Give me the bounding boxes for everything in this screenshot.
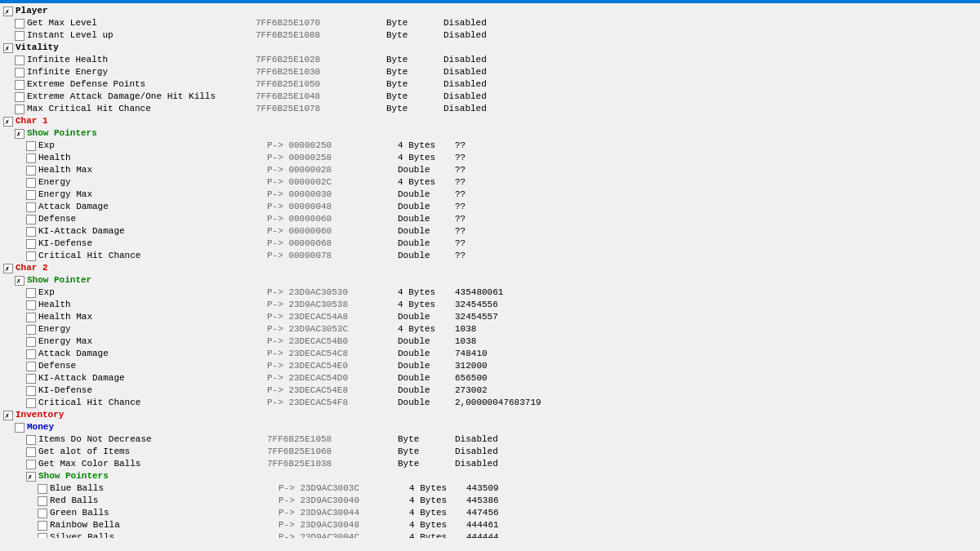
table-row[interactable]: EnergyP-> 0000002C4 Bytes?? bbox=[0, 176, 980, 189]
checkbox[interactable] bbox=[15, 423, 24, 433]
checkbox[interactable] bbox=[26, 386, 36, 396]
table-row[interactable]: KI-DefenseP-> 23DECAC54E8Double273002 bbox=[0, 384, 980, 397]
row-type: 4 Bytes bbox=[409, 531, 466, 538]
checkbox[interactable] bbox=[15, 104, 24, 114]
row-value: Disabled bbox=[443, 54, 541, 66]
table-row[interactable]: Blue BallsP-> 23D9AC3003C4 Bytes443509 bbox=[0, 482, 980, 495]
table-row[interactable]: HealthP-> 23D9AC305384 Bytes32454556 bbox=[0, 299, 980, 311]
checkbox[interactable] bbox=[15, 68, 24, 78]
table-row[interactable]: Infinite Energy7FF6B25E1030ByteDisabled bbox=[0, 66, 980, 78]
checkbox[interactable] bbox=[3, 7, 13, 16]
checkbox[interactable] bbox=[15, 19, 24, 29]
table-row[interactable]: Show Pointer bbox=[0, 274, 980, 287]
table-row[interactable]: Critical Hit ChanceP-> 00000078Double?? bbox=[0, 250, 980, 262]
checkbox[interactable] bbox=[3, 117, 13, 127]
table-row[interactable]: Silver BallsP-> 23D9AC3004C4 Bytes444444 bbox=[0, 531, 980, 538]
table-row[interactable]: Char 2 bbox=[0, 262, 980, 274]
table-row[interactable]: Items Do Not Decrease7FF6B25E1058ByteDis… bbox=[0, 433, 980, 446]
table-row[interactable]: Critical Hit ChanceP-> 23DECAC54F8Double… bbox=[0, 397, 980, 409]
row-type: Byte bbox=[398, 446, 455, 458]
table-row[interactable]: Attack DamageP-> 00000048Double?? bbox=[0, 201, 980, 213]
checkbox[interactable] bbox=[26, 337, 36, 347]
checkbox[interactable] bbox=[15, 92, 24, 102]
row-value: ?? bbox=[455, 189, 553, 201]
table-row[interactable]: Show Pointers bbox=[0, 127, 980, 140]
checkbox[interactable] bbox=[15, 80, 24, 90]
checkbox[interactable] bbox=[15, 56, 24, 65]
table-row[interactable]: EnergyP-> 23D9AC3053C4 Bytes1038 bbox=[0, 323, 980, 335]
checkbox[interactable] bbox=[26, 362, 36, 371]
main-container[interactable]: PlayerGet Max Level7FF6B25E1070ByteDisab… bbox=[0, 3, 980, 538]
table-row[interactable]: Get alot of Items7FF6B25E1068ByteDisable… bbox=[0, 446, 980, 458]
checkbox[interactable] bbox=[26, 153, 36, 163]
checkbox[interactable] bbox=[26, 202, 36, 212]
checkbox[interactable] bbox=[26, 374, 36, 384]
checkbox[interactable] bbox=[3, 43, 13, 53]
row-type: Double bbox=[398, 311, 455, 323]
checkbox[interactable] bbox=[26, 190, 36, 200]
checkbox[interactable] bbox=[38, 521, 47, 531]
checkbox[interactable] bbox=[38, 509, 47, 518]
table-row[interactable]: Show Pointers bbox=[0, 470, 980, 482]
checkbox[interactable] bbox=[3, 264, 13, 273]
table-row[interactable]: DefenseP-> 23DECAC54E0Double312000 bbox=[0, 360, 980, 372]
checkbox[interactable] bbox=[26, 435, 36, 445]
checkbox[interactable] bbox=[38, 484, 47, 494]
row-type: Double bbox=[398, 360, 455, 372]
row-type: Double bbox=[398, 348, 455, 360]
checkbox[interactable] bbox=[26, 398, 36, 408]
table-row[interactable]: Energy MaxP-> 23DECAC54B0Double1038 bbox=[0, 335, 980, 348]
checkbox[interactable] bbox=[15, 276, 24, 286]
checkbox[interactable] bbox=[26, 349, 36, 359]
checkbox[interactable] bbox=[26, 141, 36, 151]
table-row[interactable]: Green BallsP-> 23D9AC300444 Bytes447456 bbox=[0, 507, 980, 519]
row-type: Double bbox=[398, 397, 455, 409]
table-row[interactable]: Infinite Health7FF6B25E1028ByteDisabled bbox=[0, 54, 980, 66]
table-row[interactable]: KI-Attack DamageP-> 23DECAC54D0Double656… bbox=[0, 372, 980, 384]
checkbox[interactable] bbox=[26, 239, 36, 249]
table-row[interactable]: Inventory bbox=[0, 409, 980, 421]
table-row[interactable]: Char 1 bbox=[0, 115, 980, 127]
checkbox[interactable] bbox=[26, 178, 36, 188]
table-row[interactable]: DefenseP-> 00000060Double?? bbox=[0, 213, 980, 225]
table-row[interactable]: Energy MaxP-> 00000030Double?? bbox=[0, 189, 980, 201]
table-row[interactable]: Vitality bbox=[0, 42, 980, 54]
table-row[interactable]: Rainbow BellaP-> 23D9AC300484 Bytes44446… bbox=[0, 519, 980, 531]
checkbox[interactable] bbox=[26, 472, 36, 482]
table-row[interactable]: Attack DamageP-> 23DECAC54C8Double748410 bbox=[0, 348, 980, 360]
row-label: KI-Attack Damage bbox=[38, 225, 267, 238]
table-row[interactable]: Red BallsP-> 23D9AC300404 Bytes445386 bbox=[0, 495, 980, 507]
table-row[interactable]: Health MaxP-> 00000028Double?? bbox=[0, 164, 980, 176]
checkbox[interactable] bbox=[38, 496, 47, 506]
table-row[interactable]: Instant Level up7FF6B25E1088ByteDisabled bbox=[0, 29, 980, 42]
table-row[interactable]: Health MaxP-> 23DECAC54A8Double32454557 bbox=[0, 311, 980, 323]
table-row[interactable]: Player bbox=[0, 5, 980, 17]
table-row[interactable]: KI-DefenseP-> 00000068Double?? bbox=[0, 238, 980, 250]
table-row[interactable]: Extreme Attack Damage/One Hit Kills7FF6B… bbox=[0, 91, 980, 103]
table-row[interactable]: Get Max Color Balls7FF6B25E1038ByteDisab… bbox=[0, 458, 980, 470]
checkbox[interactable] bbox=[26, 251, 36, 261]
table-row[interactable]: ExpP-> 23D9AC305304 Bytes435480061 bbox=[0, 287, 980, 299]
table-row[interactable]: Money bbox=[0, 421, 980, 433]
checkbox[interactable] bbox=[26, 460, 36, 469]
checkbox[interactable] bbox=[15, 129, 24, 139]
table-row[interactable]: Get Max Level7FF6B25E1070ByteDisabled bbox=[0, 17, 980, 29]
table-row[interactable]: Extreme Defense Points7FF6B25E1050ByteDi… bbox=[0, 78, 980, 91]
checkbox[interactable] bbox=[26, 215, 36, 224]
checkbox[interactable] bbox=[26, 313, 36, 322]
checkbox[interactable] bbox=[26, 447, 36, 457]
checkbox[interactable] bbox=[26, 300, 36, 310]
row-type: Double bbox=[398, 164, 455, 176]
checkbox[interactable] bbox=[26, 166, 36, 176]
checkbox[interactable] bbox=[26, 288, 36, 298]
table-row[interactable]: KI-Attack DamageP-> 00000060Double?? bbox=[0, 225, 980, 238]
table-row[interactable]: HealthP-> 000002584 Bytes?? bbox=[0, 152, 980, 164]
row-value: ?? bbox=[455, 213, 553, 225]
checkbox[interactable] bbox=[38, 533, 47, 539]
checkbox[interactable] bbox=[15, 31, 24, 41]
table-row[interactable]: Max Critical Hit Chance7FF6B25E1078ByteD… bbox=[0, 103, 980, 115]
table-row[interactable]: ExpP-> 000002504 Bytes?? bbox=[0, 140, 980, 152]
checkbox[interactable] bbox=[26, 227, 36, 237]
checkbox[interactable] bbox=[3, 411, 13, 420]
checkbox[interactable] bbox=[26, 325, 36, 335]
